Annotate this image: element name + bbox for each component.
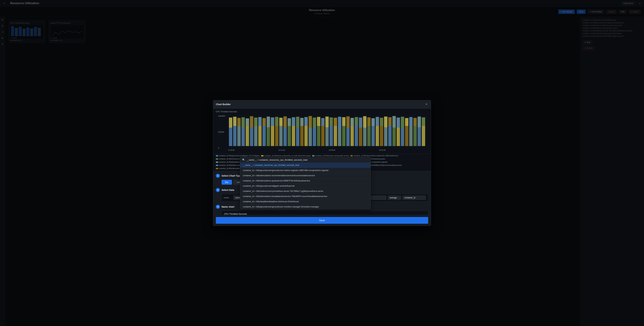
svg-rect-87 [376, 117, 379, 126]
dropdown-item-3[interactable]: container_id = /k8s/demo/demo-quoteservi… [240, 178, 371, 184]
svg-rect-39 [275, 117, 278, 126]
dropdown-search-input[interactable] [246, 159, 368, 161]
chart-name-input[interactable] [222, 211, 428, 215]
step-1-title: Select Chart Type [222, 174, 241, 177]
dropdown-item-5[interactable]: container_id = /k8s/metro/coroot-prometh… [240, 189, 371, 194]
svg-rect-29 [254, 118, 258, 126]
svg-text:0: 0 [218, 147, 219, 149]
svg-rect-45 [288, 118, 291, 126]
svg-rect-33 [262, 118, 266, 126]
metric-label: metric [224, 196, 232, 199]
step-3-number: 3 [216, 205, 220, 209]
step-2-title: Select Data [222, 189, 234, 191]
svg-rect-107 [418, 116, 421, 127]
svg-rect-41 [279, 118, 282, 126]
svg-rect-109 [422, 118, 425, 126]
svg-rect-101 [405, 118, 408, 126]
chart-svg: 1000000 500000 0 [216, 114, 428, 151]
svg-rect-63 [325, 116, 329, 127]
dropdown-item-7[interactable]: container_id = /k8s/deepflow/deepflow-cl… [240, 199, 371, 204]
svg-rect-49 [296, 117, 299, 128]
svg-text:14:16:00: 14:16:00 [228, 149, 234, 151]
svg-rect-67 [334, 118, 337, 126]
svg-rect-61 [321, 118, 324, 126]
legend-item: container_id=/k8s/kube-system/ebs-csi-no… [261, 155, 311, 157]
svg-rect-73 [346, 116, 350, 128]
aggregation-select-wrapper: average sum max min [388, 196, 401, 200]
dropdown-search-container: 🔍 [240, 157, 371, 163]
svg-rect-59 [317, 117, 320, 126]
svg-rect-93 [388, 117, 392, 126]
svg-rect-103 [409, 117, 412, 126]
svg-rect-91 [384, 116, 388, 127]
save-button[interactable]: Save [216, 217, 428, 224]
svg-rect-71 [342, 117, 346, 126]
svg-text:14:46:00: 14:46:00 [329, 149, 335, 151]
dropdown-item-4[interactable]: container_id = /k8s/groundcover/alligato… [240, 184, 371, 189]
svg-rect-89 [380, 118, 383, 126]
chart-preview: CPU Throttled Seconds 1000000 500000 0 [213, 108, 431, 154]
step-3-title: Name chart [222, 206, 234, 208]
svg-rect-105 [414, 118, 417, 126]
svg-rect-77 [355, 117, 358, 126]
search-icon: 🔍 [242, 158, 245, 161]
bar-chart-button[interactable]: Bar [222, 180, 232, 185]
svg-rect-35 [267, 116, 270, 127]
svg-rect-95 [392, 116, 396, 128]
svg-rect-99 [401, 117, 404, 128]
svg-rect-25 [246, 118, 249, 126]
svg-rect-43 [284, 116, 287, 128]
dropdown-item-8[interactable]: container_id = /k8s/groundcover/groundco… [240, 204, 371, 209]
dropdown-item-2[interactable]: container_id = /k8s/demo/demo-recommenda… [240, 173, 371, 178]
chart-builder-modal: Chart Builder ✕ CPU Throttled Seconds 10… [213, 100, 431, 226]
svg-rect-31 [258, 117, 262, 126]
svg-rect-23 [242, 117, 245, 128]
legend-item: container_id=/k8s/system.slice/postfix.s… [312, 155, 349, 157]
modal-close-button[interactable]: ✕ [425, 102, 428, 106]
step-1-number: 1 [216, 174, 220, 178]
svg-rect-21 [237, 118, 241, 126]
chart-preview-title: CPU Throttled Seconds [216, 110, 428, 113]
svg-rect-19 [233, 117, 236, 126]
modal-title: Chart Builder [216, 103, 231, 106]
legend-item: container_id=/k8s/groundcover/alligator-… [216, 155, 260, 157]
svg-rect-55 [308, 116, 312, 128]
modal-header: Chart Builder ✕ [213, 100, 431, 108]
group-by-input[interactable] [402, 196, 426, 200]
svg-rect-27 [250, 116, 253, 128]
svg-text:15:01:00: 15:01:00 [379, 149, 386, 151]
svg-rect-81 [363, 116, 366, 128]
svg-rect-97 [397, 118, 400, 128]
save-section: Save [213, 215, 431, 226]
svg-rect-53 [304, 117, 308, 126]
svg-text:500000: 500000 [218, 131, 224, 133]
svg-rect-37 [271, 118, 274, 126]
svg-rect-79 [359, 118, 362, 128]
svg-rect-65 [330, 118, 333, 126]
aggregation-select[interactable]: average sum max min [388, 196, 401, 200]
legend-item: container_id=/k8s/demo/demo-cartservice-… [350, 155, 398, 157]
dropdown-item-0[interactable]: __name__ = container_resources_cpu_throt… [240, 163, 371, 168]
metric-dropdown: 🔍 __name__ = container_resources_cpu_thr… [240, 157, 371, 210]
svg-rect-47 [292, 117, 295, 126]
svg-rect-85 [372, 118, 375, 126]
dropdown-item-6[interactable]: container_id = /k8s/demo/demo-frauddetec… [240, 194, 371, 199]
svg-rect-75 [350, 118, 354, 126]
modal-overlay: Chart Builder ✕ CPU Throttled Seconds 10… [0, 0, 644, 326]
dropdown-item-1[interactable]: container_id = /k8s/groundcover/groundco… [240, 168, 371, 173]
step-2-number: 2 [216, 188, 220, 192]
svg-text:1000000: 1000000 [218, 115, 225, 117]
svg-rect-69 [338, 117, 341, 128]
svg-rect-83 [367, 118, 371, 126]
svg-rect-57 [313, 118, 316, 128]
svg-rect-51 [300, 118, 304, 126]
svg-rect-17 [229, 118, 232, 128]
svg-text:14:31:00: 14:31:00 [278, 149, 285, 151]
